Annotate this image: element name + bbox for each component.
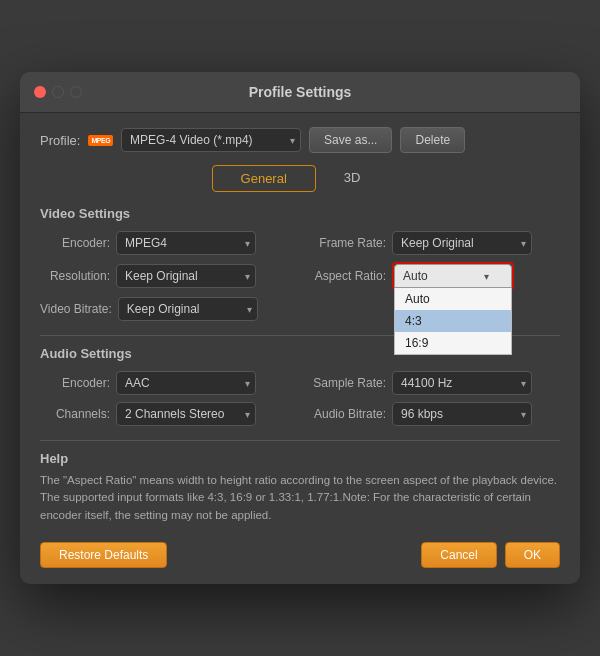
- minimize-button[interactable]: [52, 86, 64, 98]
- help-text: The "Aspect Ratio" means width to height…: [40, 472, 560, 524]
- profile-row: Profile: MPEG MPEG-4 Video (*.mp4) Save …: [40, 127, 560, 153]
- resolution-aspectratio-row: Resolution: Keep Original Aspect Ratio:: [40, 262, 560, 290]
- samplerate-wrapper[interactable]: 44100 Hz: [392, 371, 532, 395]
- aspect-ratio-trigger[interactable]: Auto ▾: [394, 264, 512, 288]
- help-title: Help: [40, 451, 560, 466]
- video-settings-title: Video Settings: [40, 206, 560, 221]
- framerate-select[interactable]: Keep Original: [392, 231, 532, 255]
- close-button[interactable]: [34, 86, 46, 98]
- encoder-label: Encoder:: [40, 236, 110, 250]
- resolution-left: Resolution: Keep Original: [40, 264, 294, 288]
- encoder-select-wrapper[interactable]: MPEG4: [116, 231, 256, 255]
- traffic-lights: [34, 86, 82, 98]
- aspectratio-right: Aspect Ratio: Auto ▾ Auto 4:3 16:9: [306, 262, 560, 290]
- bottom-right-buttons: Cancel OK: [421, 542, 560, 568]
- window-body: Profile: MPEG MPEG-4 Video (*.mp4) Save …: [20, 113, 580, 584]
- maximize-button[interactable]: [70, 86, 82, 98]
- encoder-left: Encoder: MPEG4: [40, 231, 294, 255]
- samplerate-right: Sample Rate: 44100 Hz: [306, 371, 560, 395]
- audiobitrate-select[interactable]: 96 kbps: [392, 402, 532, 426]
- audiobitrate-wrapper[interactable]: 96 kbps: [392, 402, 532, 426]
- channels-audiobitrate-row: Channels: 2 Channels Stereo Audio Bitrat…: [40, 402, 560, 426]
- aspect-ratio-dropdown: Auto 4:3 16:9: [394, 288, 512, 355]
- save-as-button[interactable]: Save as...: [309, 127, 392, 153]
- channels-wrapper[interactable]: 2 Channels Stereo: [116, 402, 256, 426]
- audio-encoder-select[interactable]: AAC: [116, 371, 256, 395]
- channels-label: Channels:: [40, 407, 110, 421]
- resolution-select-wrapper[interactable]: Keep Original: [116, 264, 256, 288]
- tab-general[interactable]: General: [212, 165, 316, 192]
- videobitrate-select-wrapper[interactable]: Keep Original: [118, 297, 258, 321]
- restore-defaults-button[interactable]: Restore Defaults: [40, 542, 167, 568]
- tab-3d[interactable]: 3D: [316, 165, 389, 192]
- videobitrate-left: Video Bitrate: Keep Original: [40, 297, 294, 321]
- audio-encoder-left: Encoder: AAC: [40, 371, 294, 395]
- title-bar: Profile Settings: [20, 72, 580, 113]
- video-settings-section: Video Settings Encoder: MPEG4 Frame Rate…: [40, 206, 560, 321]
- audio-encoder-label: Encoder:: [40, 376, 110, 390]
- channels-left: Channels: 2 Channels Stereo: [40, 402, 294, 426]
- aspect-option-auto[interactable]: Auto: [395, 288, 511, 310]
- delete-button[interactable]: Delete: [400, 127, 465, 153]
- profile-settings-window: Profile Settings Profile: MPEG MPEG-4 Vi…: [20, 72, 580, 584]
- aspect-option-4-3[interactable]: 4:3: [395, 310, 511, 332]
- audio-settings-grid: Encoder: AAC Sample Rate: 44100 Hz: [40, 371, 560, 426]
- audiobitrate-label: Audio Bitrate:: [306, 407, 386, 421]
- window-title: Profile Settings: [249, 84, 352, 100]
- video-settings-grid: Encoder: MPEG4 Frame Rate: Keep Original: [40, 231, 560, 321]
- resolution-label: Resolution:: [40, 269, 110, 283]
- videobitrate-label: Video Bitrate:: [40, 302, 112, 316]
- profile-select-wrapper[interactable]: MPEG-4 Video (*.mp4): [121, 128, 301, 152]
- aspect-trigger-chevron: ▾: [484, 271, 489, 282]
- tabs-row: General 3D: [40, 165, 560, 192]
- channels-select[interactable]: 2 Channels Stereo: [116, 402, 256, 426]
- encoder-framerate-row: Encoder: MPEG4 Frame Rate: Keep Original: [40, 231, 560, 255]
- bottom-bar: Restore Defaults Cancel OK: [40, 538, 560, 568]
- aspect-ratio-current-value: Auto: [403, 269, 428, 283]
- videobitrate-select[interactable]: Keep Original: [118, 297, 258, 321]
- cancel-button[interactable]: Cancel: [421, 542, 496, 568]
- audio-settings-section: Audio Settings Encoder: AAC Sample Rate:: [40, 346, 560, 426]
- help-section: Help The "Aspect Ratio" means width to h…: [40, 451, 560, 524]
- profile-select[interactable]: MPEG-4 Video (*.mp4): [121, 128, 301, 152]
- samplerate-select[interactable]: 44100 Hz: [392, 371, 532, 395]
- framerate-right: Frame Rate: Keep Original: [306, 231, 560, 255]
- audiobitrate-right: Audio Bitrate: 96 kbps: [306, 402, 560, 426]
- aspect-option-16-9[interactable]: 16:9: [395, 332, 511, 354]
- framerate-label: Frame Rate:: [306, 236, 386, 250]
- ok-button[interactable]: OK: [505, 542, 560, 568]
- framerate-select-wrapper[interactable]: Keep Original: [392, 231, 532, 255]
- encoder-select[interactable]: MPEG4: [116, 231, 256, 255]
- aspectratio-label: Aspect Ratio:: [306, 269, 386, 283]
- profile-label: Profile:: [40, 133, 80, 148]
- divider-2: [40, 440, 560, 441]
- audio-encoder-samplerate-row: Encoder: AAC Sample Rate: 44100 Hz: [40, 371, 560, 395]
- samplerate-label: Sample Rate:: [306, 376, 386, 390]
- mpeg-icon: MPEG: [88, 135, 113, 146]
- aspect-ratio-open-container: Auto ▾ Auto 4:3 16:9: [392, 262, 514, 290]
- resolution-select[interactable]: Keep Original: [116, 264, 256, 288]
- audio-encoder-wrapper[interactable]: AAC: [116, 371, 256, 395]
